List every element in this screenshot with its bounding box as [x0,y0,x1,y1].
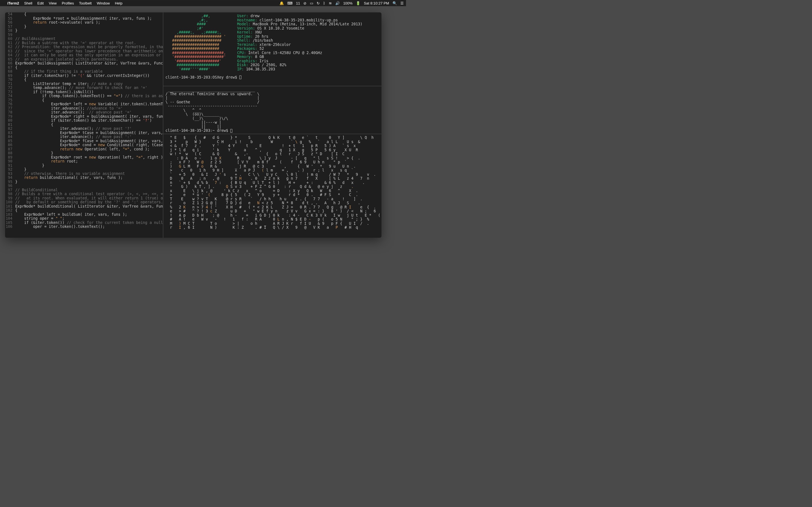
line-number: 88 [5,151,15,156]
archey-key: User: [237,14,248,18]
line-number: 81 [5,123,15,127]
code-line: 74 if (temp.token().tokenText() == "=") … [5,94,163,98]
menu-view[interactable]: View [49,1,57,5]
archey-key: Kernel: [237,30,253,34]
line-number: 106 [5,225,15,229]
line-number: 73 [5,90,15,94]
cowsay-line: ---------------------------------------- [165,104,380,108]
code-line: 95} [5,180,163,184]
archey-row: '####''''####' IP: 104.38.35.203 [165,67,380,71]
archey-row: ##################### Packages: 52 [165,47,380,51]
menu-edit[interactable]: Edit [38,1,44,5]
archey-value: /bin/bash [251,38,273,43]
bluetooth-icon[interactable]: ᛒ [323,1,325,5]
code-line: 89 ExprNode* root = new Operation( left,… [5,156,163,160]
cowsay-line: | | [165,96,380,100]
line-number: 54 [5,12,15,17]
notifications-icon[interactable]: 🔔 [280,1,284,5]
clock[interactable]: Sat 8:10:27 PM [364,1,389,5]
code-line: 57 } [5,25,163,29]
matrix-row: % 2 K n > 7 4 ( ' X H # ( * < 2 K L Z J … [165,205,380,210]
macos-menubar: iTerm2 Shell Edit View Profiles Toolbelt… [0,0,406,6]
menu-extras-icon[interactable]: ☰ [400,1,404,5]
iterm-window[interactable]: 54 {55 ExprNode *root = buildAssignment(… [5,12,382,238]
code-line: 60// BuildAssignment [5,37,163,41]
code-line: 105 if (&iter.token()) // check for the … [5,221,163,225]
cowsay-prompt[interactable]: client-104-38-35-203:~ drew$ [165,129,380,133]
airplay-icon[interactable]: ▭ [310,1,313,5]
menubar-right: 🔔 ⌨ 11 ⊘ ▭ ↻ ᛒ ≋ 🔊 100% 🔋 Sat 8:10:27 PM… [280,1,404,5]
line-number: 71 [5,82,15,86]
archey-value: 20 hrs [253,34,268,39]
archey-key: Disk: [237,63,248,67]
archey-key: Shell: [237,38,251,43]
matrix-row: 3 * p W } C H i ! b W ` \ g % ` a l L U … [165,140,380,144]
code-line: 79 ExprNode* right = buildAssignment( it… [5,115,163,119]
line-number: 56 [5,20,15,25]
code-line: 63// since the '=' operator has lower pr… [5,49,163,54]
code-line: 72 temp.advance(); // move forward to ch… [5,86,163,90]
matrix-row: ! A p D b H ; @ h - = i G D j 0 k : 4 - … [165,214,380,218]
archey-value: client-104-38-35-203.mobility-up.ps [257,18,338,22]
code-line: 103 ExprNode* left = buildSum( iter, var… [5,213,163,217]
code-line: 99// at its root. When evaluated, it wil… [5,196,163,201]
line-number: 58 [5,29,15,33]
pane-archey[interactable]: ,##, User: drew ,#;, Hostname: client-10… [163,12,382,86]
cowsay-line: \ -- Goethe / [165,100,380,105]
matrix-row: : D A o - 1 o X R B \ ] y J - [ q " l s … [165,156,380,161]
archey-row: ;#' Version: OS X 10.10.2 Yosemite [165,26,380,31]
app-name[interactable]: iTerm2 [7,1,19,5]
matrix-row: j * l d q i ' k Y a ^ , q 1 X g 5 P 5 6 … [165,148,380,152]
dnd-icon[interactable]: ⊘ [303,1,306,5]
line-number: 60 [5,37,15,41]
pane-matrix[interactable]: " E $ { # d G } * S Q k K t @ e ` t 0 Y … [163,134,382,238]
line-number: 97 [5,188,15,192]
archey-row: ################### Disk: 202G / 250G, 8… [165,63,380,67]
code-line: 85 ExprNode* fCase = buildAssignment( it… [5,139,163,144]
timemachine-icon[interactable]: ↻ [317,1,320,5]
matrix-row: r o Z 1 2 G @ | 7 D } d e N < z 5 N * 8 … [165,201,380,205]
cowsay-line: / The eternal feminine draws us upward. … [165,92,380,96]
code-line: 86 ExprNode* cond = new Conditional( rig… [5,143,163,147]
archey-row: '######################' Memory: 8 GB [165,55,380,59]
pane-cowsay[interactable]: _______________________________________/… [163,86,382,134]
code-line: 94 return buildConditional( iter, vars, … [5,176,163,180]
code-line: 97// BuildConditional [5,188,163,192]
cowsay-line: || || [165,125,380,129]
code-line: 67{ [5,66,163,70]
matrix-row: D 0 A ; n , @ 9 T H . 0 Z 2 n k g n 7 f … [165,177,380,181]
volume-icon[interactable]: 🔊 [335,1,340,5]
code-line: 83 ExprNode* tCase = buildAssignment( it… [5,131,163,135]
pane-code-editor[interactable]: 54 {55 ExprNode *root = buildAssignment(… [5,12,163,238]
matrix-row: > e * u ' ( 8 p { 5 ( 2 Y 9 y + r d * 0 … [165,193,380,197]
cowsay-line: \ (oo)\_______ [165,112,380,117]
menu-help[interactable]: Help [115,1,122,5]
line-number: 98 [5,192,15,196]
matrix-row: e > # ^ ? ! 3 c Z u D + " w E f y n z V … [165,209,380,214]
archey-row: #### Model: MacBook Pro (Retina, 13-inch… [165,22,380,26]
code-line: 76 ExprNode* left = new Variable( iter.t… [5,102,163,107]
line-number: 90 [5,159,15,164]
spotlight-icon[interactable]: 🔍 [393,1,397,5]
menu-shell[interactable]: Shell [24,1,33,5]
archey-key: Memory: [237,55,253,59]
menu-toolbelt[interactable]: Toolbelt [79,1,92,5]
battery-icon[interactable]: 🔋 [356,1,360,5]
menu-profiles[interactable]: Profiles [62,1,74,5]
keyboard-icon[interactable]: ⌨ [287,1,293,5]
archey-row: ##################### ' Uptime: 20 hrs [165,35,380,39]
archey-value: 8 GB [253,55,264,59]
wifi-icon[interactable]: ≋ [329,1,332,5]
cowsay-line: \ ^__^ [165,108,380,113]
prompt-cursor [239,75,241,79]
line-number: 67 [5,66,15,70]
archey-prompt[interactable]: client-104-38-35-203:OSXey drew$ [165,75,380,80]
menu-window[interactable]: Window [97,1,110,5]
code-line: 96 [5,184,163,188]
archey-key: Version: [237,26,255,31]
archey-row: ,#;, Hostname: client-104-38-35-203.mobi… [165,18,380,22]
line-number: 78 [5,110,15,115]
notif-count: 11 [296,1,300,5]
line-number: 61 [5,41,15,45]
line-number: 65 [5,57,15,62]
